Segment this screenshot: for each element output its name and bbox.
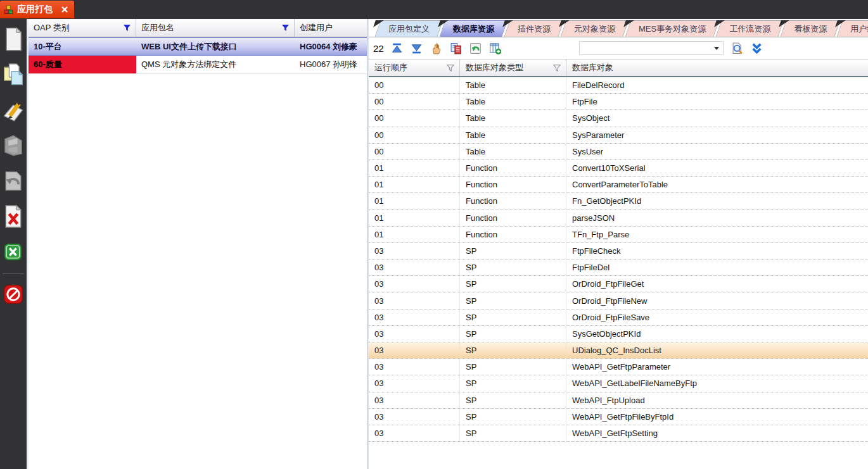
- db-object-row[interactable]: 00 Table SysUser: [369, 144, 868, 160]
- cell-object-name: SysParameter: [566, 127, 868, 143]
- db-object-row[interactable]: 03 SP WebAPI_GetFtpParameter: [369, 359, 868, 375]
- db-object-row[interactable]: 01 Function parseJSON: [369, 210, 868, 227]
- db-object-row[interactable]: 03 SP FtpFileDel: [369, 260, 868, 276]
- column-header[interactable]: 运行顺序: [369, 59, 460, 76]
- cell-object-name: SysGetObjectPKId: [566, 326, 868, 342]
- db-object-row[interactable]: 01 Function Convert10ToXSerial: [369, 160, 868, 177]
- document-tab-app-packaging[interactable]: 应用打包: [0, 1, 74, 18]
- column-header[interactable]: 创建用户: [295, 19, 367, 37]
- filter-funnel-icon[interactable]: [447, 65, 454, 72]
- db-object-row[interactable]: 03 SP WebAPI_GetFtpFileByFtpId: [369, 409, 868, 425]
- db-object-row[interactable]: 03 SP OrDroid_FtpFileSave: [369, 310, 868, 326]
- copy-rows-button[interactable]: [447, 40, 464, 57]
- resources-panel: 应用包定义 数据库资源 插件资源: [367, 19, 868, 469]
- search-document-button[interactable]: [729, 40, 746, 57]
- expand-chevrons-icon: [751, 42, 763, 54]
- cell-run-order: 03: [369, 260, 460, 275]
- undo-button-disabled: [1, 163, 25, 199]
- grid-toolbar: 22: [369, 37, 868, 59]
- excel-export-button[interactable]: [1, 234, 25, 270]
- db-object-row[interactable]: 03 SP OrDroid_FtpFileNew: [369, 292, 868, 309]
- undo-change-button[interactable]: [467, 40, 484, 57]
- db-object-list: 00 Table FileDelRecord 00 Table FtpFile …: [369, 77, 868, 469]
- add-column-button[interactable]: [487, 40, 504, 57]
- db-object-row[interactable]: 00 Table FtpFile: [369, 94, 868, 110]
- column-header[interactable]: 数据库对象: [566, 59, 868, 76]
- delete-document-icon: [3, 204, 24, 228]
- cell-object-type: SP: [460, 425, 566, 441]
- power-exit-icon: [3, 284, 23, 305]
- resource-tab[interactable]: 数据库资源: [442, 20, 505, 37]
- cell-object-type: SP: [460, 392, 566, 408]
- cell-package-name: WEB UI文件上传下载接口: [136, 38, 295, 55]
- resource-tab-label: 数据库资源: [453, 24, 494, 34]
- column-header[interactable]: 应用包名: [136, 19, 295, 37]
- cell-object-name: WebAPI_GetFtpFileByFtpId: [566, 409, 868, 425]
- scroll-to-bottom-button[interactable]: [408, 40, 425, 57]
- filter-funnel-icon[interactable]: [123, 24, 131, 32]
- edit-document-button[interactable]: [1, 92, 25, 128]
- cell-object-name: parseJSON: [566, 210, 868, 226]
- resource-tab-label: 工作流资源: [729, 24, 770, 34]
- close-icon[interactable]: [61, 6, 68, 13]
- cell-object-name: FtpFileDel: [566, 260, 868, 275]
- cell-run-order: 01: [369, 193, 460, 209]
- db-object-row[interactable]: 03 SP UDialog_QC_InsDocList: [369, 342, 868, 359]
- cell-object-type: Table: [460, 110, 566, 126]
- resource-tab[interactable]: 工作流资源: [718, 20, 781, 37]
- resource-tab-label: MES事务对象资源: [639, 24, 706, 34]
- cell-object-type: Table: [460, 144, 566, 159]
- filter-funnel-icon[interactable]: [553, 65, 561, 72]
- db-object-row[interactable]: 03 SP WebAPI_GetFtpSetting: [369, 425, 868, 442]
- db-object-row[interactable]: 00 Table FileDelRecord: [369, 77, 868, 94]
- resource-tab[interactable]: 用户组资源: [839, 20, 868, 37]
- db-object-row[interactable]: 03 SP FtpFileCheck: [369, 243, 868, 260]
- package-row[interactable]: 60-质量 QMS 元对象方法绑定文件 HG0067 孙明锋: [29, 56, 367, 74]
- application-window: 应用打包: [0, 0, 868, 469]
- cell-creator: HG0064 刘修豪: [295, 38, 367, 55]
- sidebar-toolbar: [0, 19, 27, 469]
- delete-document-button[interactable]: [1, 199, 25, 234]
- db-object-row[interactable]: 01 Function ConvertParameterToTable: [369, 177, 868, 193]
- cell-object-name: TFn_Ftp_Parse: [566, 227, 868, 242]
- cell-oap-category: 60-质量: [29, 56, 136, 73]
- hand-drag-button[interactable]: [428, 40, 445, 57]
- add-column-icon: [489, 42, 501, 54]
- db-object-row[interactable]: 03 SP WebAPI_GetLabelFileNameByFtp: [369, 375, 868, 392]
- resource-tab[interactable]: 元对象资源: [563, 20, 626, 37]
- cell-run-order: 01: [369, 227, 460, 242]
- undo-document-icon: [3, 169, 24, 193]
- scroll-to-top-button[interactable]: [388, 40, 405, 57]
- cell-object-name: SysUser: [566, 144, 868, 159]
- db-object-row[interactable]: 00 Table SysObject: [369, 110, 868, 127]
- package-row[interactable]: 10-平台 WEB UI文件上传下载接口 HG0064 刘修豪: [29, 37, 367, 56]
- resource-tab-label: 看板资源: [794, 24, 827, 34]
- column-header[interactable]: OAP 类别: [29, 19, 136, 37]
- save-button-disabled: [1, 128, 25, 163]
- save-icon: [3, 134, 24, 158]
- resource-tab[interactable]: MES事务对象资源: [628, 20, 717, 37]
- filter-combobox[interactable]: [579, 41, 724, 55]
- db-object-row[interactable]: 00 Table SysParameter: [369, 127, 868, 144]
- resource-tab[interactable]: 应用包定义: [378, 20, 440, 37]
- expand-panel-button[interactable]: [748, 40, 765, 57]
- cell-run-order: 03: [369, 392, 460, 408]
- cell-object-name: FtpFileCheck: [566, 243, 868, 259]
- db-object-row[interactable]: 03 SP WebAPI_FtpUpload: [369, 392, 868, 409]
- resource-tab[interactable]: 插件资源: [507, 20, 561, 37]
- copy-documents-button[interactable]: [1, 57, 25, 92]
- db-object-row[interactable]: 03 SP OrDroid_FtpFileGet: [369, 276, 868, 292]
- cell-object-name: WebAPI_GetFtpSetting: [566, 425, 868, 441]
- column-header[interactable]: 数据库对象类型: [460, 59, 566, 76]
- filter-funnel-icon[interactable]: [281, 24, 290, 32]
- db-object-row[interactable]: 01 Function Fn_GetObjectPKId: [369, 193, 868, 209]
- edit-pencil-icon: [3, 98, 24, 122]
- resource-tab[interactable]: 看板资源: [783, 20, 838, 37]
- column-header-label: 运行顺序: [374, 62, 407, 73]
- db-object-row[interactable]: 03 SP SysGetObjectPKId: [369, 326, 868, 342]
- db-object-row[interactable]: 01 Function TFn_Ftp_Parse: [369, 227, 868, 243]
- cell-oap-category: 10-平台: [29, 38, 136, 55]
- cell-run-order: 00: [369, 144, 460, 159]
- exit-power-button[interactable]: [1, 277, 25, 312]
- new-document-button[interactable]: [1, 22, 25, 57]
